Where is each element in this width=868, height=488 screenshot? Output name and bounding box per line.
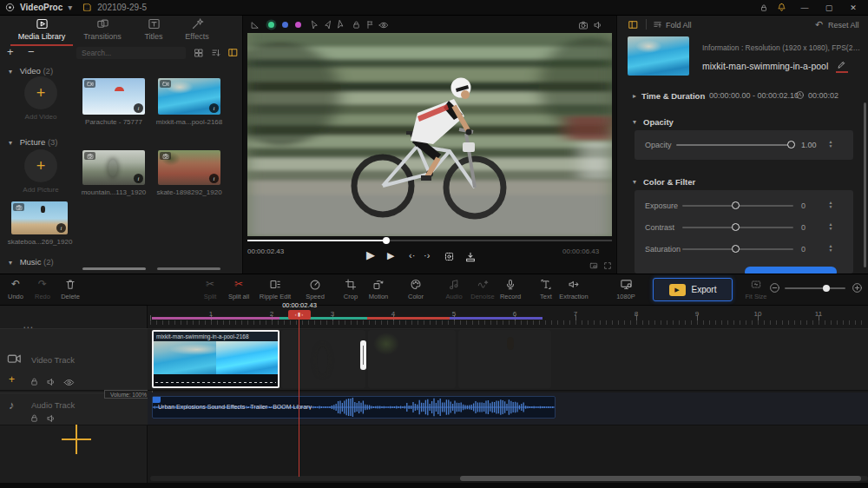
info-icon[interactable]: i <box>209 103 219 113</box>
remove-media-button[interactable]: − <box>28 45 35 58</box>
app-menu-caret[interactable]: ▾ <box>68 3 72 12</box>
opacity-caret-icon[interactable]: ▾ <box>633 118 636 126</box>
video-visibility-icon[interactable] <box>63 377 75 388</box>
close-button[interactable]: ✕ <box>844 3 863 12</box>
timeline-clip-pool-selected[interactable]: mixkit-man-swimming-in-a-pool-2168 <box>152 330 279 388</box>
redo-button[interactable]: ↷Redo <box>27 278 58 300</box>
opacity-slider[interactable] <box>676 144 793 146</box>
sort-icon[interactable] <box>211 48 221 58</box>
timeline-zoom-handle[interactable] <box>823 285 830 292</box>
razor-cursor-icon[interactable] <box>323 20 332 30</box>
ripple-edit-button[interactable]: Ripple Edit <box>251 278 299 300</box>
zoom-out-icon[interactable] <box>769 282 780 293</box>
marker-dot-blue-icon[interactable] <box>282 22 288 28</box>
ruler-tool-icon[interactable] <box>250 20 260 30</box>
mask-flag-icon[interactable] <box>365 20 375 30</box>
seek-bar[interactable] <box>247 240 612 241</box>
motion-button[interactable]: Motion <box>359 278 398 300</box>
play-button[interactable]: ▶ <box>387 250 394 261</box>
marker-dot-magenta-icon[interactable] <box>295 22 301 28</box>
tab-media-library[interactable]: Media Library <box>7 17 76 43</box>
marker-dot-green-icon[interactable] <box>268 22 274 28</box>
lock-preview-icon[interactable] <box>352 20 361 30</box>
timeline-clip-beach[interactable] <box>458 330 551 388</box>
timeline-audio-clip[interactable]: Urban Explosions Sound Effects - Trailer… <box>152 396 556 419</box>
timeline-scrollbar-thumb[interactable] <box>460 476 861 481</box>
clip-trim-handle[interactable] <box>360 340 366 370</box>
tab-titles[interactable]: Titles <box>132 17 175 43</box>
panel-toggle-icon[interactable] <box>227 47 239 58</box>
minimize-button[interactable]: — <box>795 3 814 12</box>
tab-effects[interactable]: Effects <box>175 17 219 43</box>
pip-view-icon[interactable] <box>589 261 598 270</box>
resolution-button[interactable]: 1080P <box>609 278 642 300</box>
audio-mute-icon[interactable] <box>46 413 56 424</box>
speed-button[interactable]: Speed <box>299 278 331 300</box>
screenshot-button-icon[interactable] <box>444 251 455 262</box>
reset-all-button[interactable]: Reset All <box>828 21 859 30</box>
opacity-stepper[interactable]: ▲▼ <box>827 140 834 148</box>
contrast-stepper[interactable]: ▲▼ <box>827 222 834 230</box>
fold-all-icon[interactable] <box>653 20 662 30</box>
previous-frame-button[interactable]: ‹· <box>409 250 415 260</box>
info-icon[interactable]: i <box>134 103 143 113</box>
save-icon[interactable] <box>82 3 92 12</box>
fold-all-button[interactable]: Fold All <box>666 21 692 30</box>
media-item-mountain-bike[interactable]: i <box>82 150 145 185</box>
select-cursor-icon[interactable] <box>310 20 319 30</box>
notification-bell-icon[interactable] <box>777 3 786 12</box>
add-video-button[interactable]: + <box>24 76 57 109</box>
music-section-header[interactable]: ▾ Music (2) <box>9 257 54 267</box>
hand-cursor-icon[interactable] <box>334 18 346 30</box>
audio-lock-icon[interactable] <box>30 413 39 423</box>
grid-view-icon[interactable] <box>194 48 204 58</box>
video-track-header[interactable]: Video Track + <box>0 328 148 391</box>
add-clip-icon[interactable]: + <box>9 373 15 386</box>
video-section-header[interactable]: ▾ Video (2) <box>9 66 53 76</box>
delete-button[interactable]: Delete <box>55 278 86 300</box>
next-frame-button[interactable]: ·› <box>424 250 430 260</box>
add-media-button[interactable]: + <box>7 45 14 58</box>
exposure-slider-handle[interactable] <box>732 201 740 209</box>
play-in-button[interactable]: ▶ <box>366 248 375 261</box>
visibility-eye-icon[interactable] <box>378 20 389 30</box>
color-button[interactable]: Color <box>400 278 431 300</box>
media-item-skate-ramp[interactable]: i <box>158 150 220 185</box>
media-item-skateboard-beach[interactable]: i <box>11 201 68 234</box>
contrast-slider-handle[interactable] <box>732 223 740 231</box>
info-icon[interactable]: i <box>56 223 66 233</box>
inspector-scrollbar[interactable] <box>864 102 866 267</box>
license-lock-icon[interactable] <box>760 3 768 12</box>
timeline-clip-ramp[interactable] <box>368 330 456 388</box>
snapshot-camera-icon[interactable] <box>578 20 589 30</box>
video-lock-icon[interactable] <box>30 377 39 386</box>
zoom-in-icon[interactable] <box>852 282 863 293</box>
time-duration-caret-icon[interactable]: ▸ <box>633 92 636 100</box>
opacity-slider-handle[interactable] <box>787 141 795 148</box>
exposure-stepper[interactable]: ▲▼ <box>827 201 834 208</box>
extraction-button[interactable]: Extraction <box>553 278 595 300</box>
playhead-line[interactable] <box>299 310 299 477</box>
timeline-zoom-slider[interactable] <box>785 287 845 289</box>
playhead-marker[interactable]: ‹▮› <box>288 310 311 320</box>
export-frame-button-icon[interactable] <box>464 251 477 263</box>
video-viewport[interactable] <box>247 33 612 236</box>
media-item-parachute[interactable]: i <box>82 78 145 115</box>
apply-button-clipped[interactable] <box>745 267 837 274</box>
add-picture-button[interactable]: + <box>24 149 57 182</box>
seek-handle[interactable] <box>383 237 390 244</box>
video-mute-icon[interactable] <box>46 377 56 387</box>
tab-transitions[interactable]: Transitions <box>74 17 131 43</box>
timeline-scrollbar[interactable] <box>150 476 868 481</box>
maximize-button[interactable]: ▢ <box>819 3 838 12</box>
saturation-stepper[interactable]: ▲▼ <box>827 244 834 252</box>
info-icon[interactable]: i <box>209 174 219 183</box>
color-filter-caret-icon[interactable]: ▾ <box>633 178 636 186</box>
timeline-clip-bike[interactable] <box>281 330 365 388</box>
inspector-panel-toggle-icon[interactable] <box>628 19 639 30</box>
search-input[interactable] <box>76 47 186 59</box>
picture-section-header[interactable]: ▾ Picture (3) <box>9 137 58 147</box>
saturation-slider-handle[interactable] <box>732 245 740 253</box>
info-icon[interactable]: i <box>134 174 143 183</box>
export-button[interactable]: ▶ Export <box>653 278 733 301</box>
